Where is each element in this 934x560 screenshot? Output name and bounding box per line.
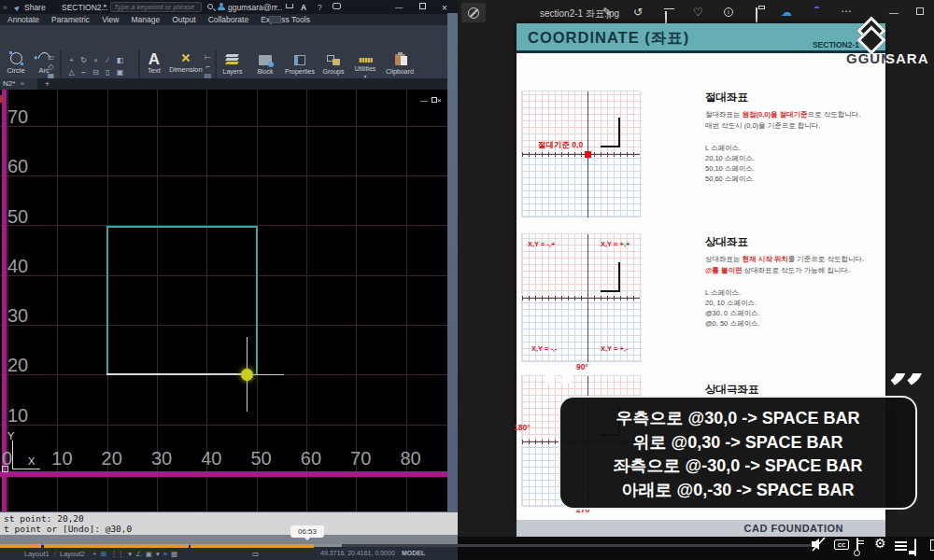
snap-toggle-icon[interactable]: ⋮⋮ (110, 550, 124, 558)
draw-mini-icon[interactable]: ▭ (45, 53, 57, 63)
grid-toggle-icon[interactable]: ⊞ (101, 550, 106, 558)
closed-captions-icon[interactable]: CC (834, 539, 849, 550)
ribbon-tab: View (102, 15, 119, 24)
picture-in-picture-icon[interactable] (914, 539, 916, 556)
viewport-controls[interactable]: —× (420, 96, 446, 105)
list-item: L 스페이스. (705, 143, 755, 153)
x-axis-label: 20 (102, 448, 151, 469)
progress-segment[interactable] (191, 544, 314, 548)
layout1-tab[interactable]: Layout1 (24, 550, 50, 558)
modify-icon[interactable]: ↻ (78, 54, 90, 66)
ribbon-tab-bar: AnnotateParametricViewManageOutputCollab… (0, 14, 458, 25)
viewport-close-icon[interactable]: × (437, 96, 446, 105)
info-icon[interactable]: i (724, 7, 733, 17)
modify-icon[interactable]: ▯ (102, 66, 114, 78)
search-icon[interactable] (207, 4, 213, 9)
print-icon[interactable] (756, 7, 757, 22)
dimension-button[interactable]: Dimension (168, 52, 204, 74)
modify-icon[interactable]: ⊟ (90, 66, 102, 78)
progress-segment[interactable] (44, 544, 189, 548)
app-store-icon[interactable] (286, 4, 293, 8)
lineweight-toggle-icon[interactable]: ≡ (163, 550, 167, 558)
viewport-minimize-icon[interactable]: — (420, 96, 432, 105)
modify-icon[interactable]: × (90, 54, 102, 66)
search-input[interactable] (110, 2, 202, 12)
model-badge[interactable]: MODEL (402, 550, 425, 556)
user-avatar-icon[interactable] (218, 3, 225, 10)
modify-icon[interactable]: ◧ (114, 54, 126, 66)
share-button[interactable]: Share (24, 3, 46, 12)
block-label: Block (249, 68, 281, 75)
list-item: @0, 50 스페이스. (705, 318, 759, 329)
progress-buffered[interactable] (314, 544, 342, 547)
layout2-tab[interactable]: Layout2 (60, 550, 85, 558)
page-footer: CAD FOUNDATION (517, 520, 885, 537)
command-window[interactable]: st point: 20,20 t point or [Undo]: @30,0… (0, 511, 458, 545)
transcript-icon[interactable] (856, 538, 858, 555)
playlist-icon[interactable] (895, 541, 907, 543)
progress-segment[interactable] (0, 544, 41, 548)
osnap-toggle-icon[interactable]: ▣ (146, 550, 152, 558)
utilities-label: Utilities (350, 65, 380, 72)
chevron-down-icon[interactable]: ▾ (128, 550, 132, 558)
circle-button[interactable]: Circle (2, 52, 30, 75)
modify-icon[interactable]: ▣ (114, 66, 126, 78)
onedrive-cloud-icon[interactable]: ☁ (781, 6, 792, 19)
x-axis-label: 30 (151, 448, 201, 469)
acad-minimize-button[interactable]: — (395, 3, 403, 12)
polar-toggle-icon[interactable]: ∠ (135, 550, 142, 558)
section-title-relative: 상대좌표 (705, 235, 748, 249)
new-tab-button[interactable]: + (45, 79, 50, 89)
feedback-bubble-icon[interactable] (333, 3, 341, 9)
modify-icon[interactable]: △ (65, 66, 78, 78)
drawing-canvas[interactable]: 70605040302010 010203040506070809 Y X —× (0, 90, 458, 511)
modify-icon[interactable]: ⌐ (78, 66, 90, 78)
account-chevron-icon[interactable]: ▾ (275, 3, 277, 9)
share-plane-icon[interactable]: ► (11, 1, 23, 13)
fullscreen-icon[interactable] (930, 539, 934, 551)
acad-maximize-button[interactable] (419, 3, 426, 9)
model-space-icon[interactable]: ▭ (252, 550, 259, 558)
acad-close-button[interactable]: × (442, 3, 447, 13)
more-options-icon[interactable]: … (841, 2, 852, 15)
window-edge-scrollbar[interactable] (447, 13, 458, 511)
origin-label: 절대기준 0,0 (538, 140, 583, 151)
workspace-icon[interactable]: ▦ (171, 550, 177, 558)
doc-expand-icon[interactable]: ► (103, 3, 108, 8)
y-axis-label: 50 (7, 192, 28, 242)
ribbon-options-icon[interactable] (269, 16, 281, 23)
modify-icon[interactable]: ∕ (102, 54, 114, 66)
modify-icon[interactable]: + (65, 54, 78, 66)
statusbar-icons[interactable]: ⊞ ⋮⋮ ▾ ∠ ▣ ▾ ≡ ▦ (101, 550, 177, 558)
help-icon[interactable]: ? (318, 3, 322, 12)
draw-mini-icons[interactable]: ▭◇▦ (45, 53, 58, 81)
chevron-down-icon[interactable]: ▾ (156, 550, 160, 558)
progress-remaining[interactable] (342, 544, 811, 547)
settings-gear-icon[interactable]: ⚙ (874, 536, 886, 551)
l-shape-line (601, 146, 620, 147)
photos-maximize-button[interactable] (916, 7, 924, 15)
drawing-tab[interactable]: N2* × (0, 78, 37, 90)
edit-image-icon[interactable]: ✎ (602, 6, 612, 19)
quote-line: 좌측으로 @-30,0 -> SPACE BAR (560, 455, 915, 479)
annotation-mini-icon[interactable]: ⌐ (202, 63, 214, 72)
text-button[interactable]: A Text (142, 52, 166, 75)
clipboard-icon (395, 54, 405, 65)
draw-mini-icon[interactable]: ◇ (45, 63, 57, 72)
x-axis-label: 80 (400, 448, 449, 469)
favorite-icon[interactable]: ♡ (693, 6, 703, 19)
annotation-mini-icon[interactable]: ⊢ (202, 53, 214, 63)
x-axis-label: 60 (301, 448, 350, 469)
nav-arrows-icon[interactable]: » (3, 3, 7, 12)
new-layout-button[interactable]: + (92, 550, 96, 558)
screen: » ► Share SECTION2... ► ggumsara@n... ▾ … (0, 0, 934, 560)
annotation-mini-icons[interactable]: ⊢⌐▤ (202, 53, 215, 81)
tab-close-icon[interactable]: × (21, 79, 25, 88)
rotate-icon[interactable]: ↺ (633, 6, 643, 19)
volume-muted-icon[interactable] (811, 537, 827, 555)
x-axis-line (0, 471, 458, 477)
autodesk-a-icon[interactable]: A (301, 3, 306, 12)
y-axis-label: 70 (7, 92, 28, 142)
document-title: SECTION2... (62, 3, 108, 12)
photos-app-icon[interactable] (461, 3, 486, 22)
